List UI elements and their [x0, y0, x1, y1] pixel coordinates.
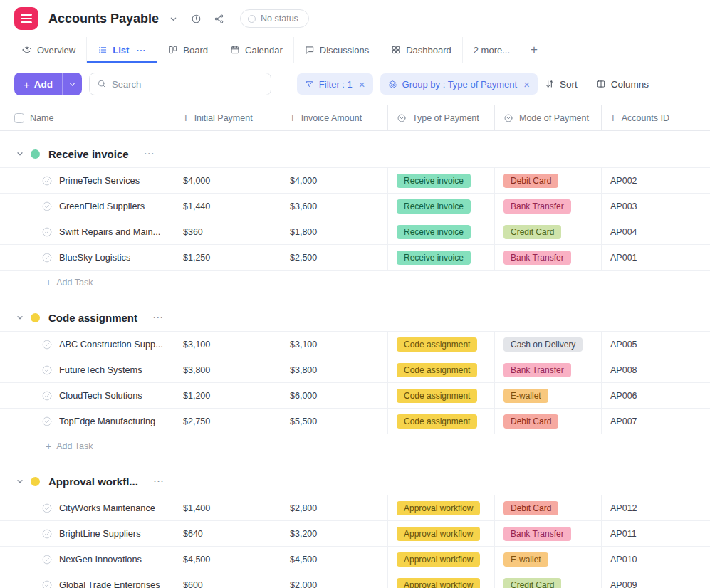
column-header-mode-of-payment[interactable]: Mode of Payment — [495, 105, 602, 130]
task-status-check-icon[interactable] — [41, 252, 53, 263]
invoice-amount-value[interactable]: $2,500 — [281, 245, 388, 270]
task-row[interactable]: FutureTech Systems $3,800 $3,800 Code as… — [0, 357, 710, 383]
task-name[interactable]: Global Trade Enterprises — [59, 579, 160, 588]
sort-button[interactable]: Sort — [545, 79, 578, 90]
initial-payment-value[interactable]: $600 — [174, 572, 281, 588]
task-row[interactable]: Swift Repairs and Main... $360 $1,800 Re… — [0, 219, 710, 245]
app-logo-menu-icon[interactable] — [14, 7, 38, 30]
initial-payment-value[interactable]: $4,000 — [174, 168, 281, 193]
task-name[interactable]: PrimeTech Services — [59, 175, 140, 186]
task-row[interactable]: ABC Construction Supp... $3,100 $3,100 C… — [0, 332, 710, 357]
mode-of-payment-badge[interactable]: E-wallet — [503, 552, 548, 567]
mode-of-payment-badge[interactable]: Bank Transfer — [503, 251, 571, 265]
task-status-check-icon[interactable] — [41, 416, 53, 427]
invoice-amount-value[interactable]: $3,800 — [281, 357, 388, 382]
initial-payment-value[interactable]: $3,100 — [174, 332, 281, 357]
task-name[interactable]: CloudTech Solutions — [59, 390, 142, 401]
mode-of-payment-badge[interactable]: Bank Transfer — [503, 527, 571, 541]
invoice-amount-value[interactable]: $6,000 — [281, 383, 388, 408]
info-icon[interactable] — [187, 10, 204, 27]
status-pill[interactable]: No status — [240, 9, 309, 28]
groupby-remove-icon[interactable]: × — [523, 79, 530, 90]
initial-payment-value[interactable]: $640 — [174, 521, 281, 546]
group-menu-icon[interactable]: ⋯ — [144, 147, 156, 160]
invoice-amount-value[interactable]: $2,800 — [281, 495, 388, 520]
task-status-check-icon[interactable] — [41, 201, 53, 212]
tab-discussions[interactable]: Discussions — [293, 37, 380, 63]
task-row[interactable]: CloudTech Solutions $1,200 $6,000 Code a… — [0, 383, 710, 409]
group-menu-icon[interactable]: ⋯ — [153, 475, 165, 488]
invoice-amount-value[interactable]: $5,500 — [281, 409, 388, 434]
filter-remove-icon[interactable]: × — [359, 79, 365, 90]
accounts-id-value[interactable]: AP008 — [602, 357, 710, 382]
type-of-payment-badge[interactable]: Approval workflow — [397, 527, 480, 541]
type-of-payment-badge[interactable]: Code assignment — [397, 363, 477, 377]
task-row[interactable]: NexGen Innovations $4,500 $4,500 Approva… — [0, 547, 710, 572]
accounts-id-value[interactable]: AP003 — [602, 194, 710, 219]
type-of-payment-badge[interactable]: Receive invoice — [397, 225, 471, 239]
select-all-checkbox[interactable] — [14, 113, 24, 123]
task-name[interactable]: ABC Construction Supp... — [59, 339, 163, 350]
groupby-chip[interactable]: Group by : Type of Payment × — [380, 73, 538, 95]
accounts-id-value[interactable]: AP011 — [602, 521, 710, 546]
invoice-amount-value[interactable]: $3,100 — [281, 332, 388, 357]
initial-payment-value[interactable]: $1,250 — [174, 245, 281, 270]
group-title[interactable]: Code assignment — [48, 312, 137, 324]
task-status-check-icon[interactable] — [41, 226, 53, 238]
task-status-check-icon[interactable] — [41, 579, 53, 588]
group-collapse-chevron-icon[interactable] — [16, 313, 24, 322]
accounts-id-value[interactable]: AP002 — [602, 168, 710, 193]
mode-of-payment-badge[interactable]: Cash on Delivery — [503, 337, 583, 352]
type-of-payment-badge[interactable]: Approval workflow — [397, 578, 480, 588]
mode-of-payment-badge[interactable]: Credit Card — [503, 225, 561, 239]
task-row[interactable]: GreenField Suppliers $1,440 $3,600 Recei… — [0, 194, 710, 219]
initial-payment-value[interactable]: $3,800 — [174, 357, 281, 382]
tab-calendar[interactable]: Calendar — [219, 37, 293, 63]
search-input[interactable] — [112, 79, 263, 90]
add-task-button[interactable]: + Add Task — [0, 434, 710, 458]
group-status-dot[interactable] — [31, 477, 40, 486]
initial-payment-value[interactable]: $1,200 — [174, 383, 281, 408]
add-task-button[interactable]: + Add Task — [0, 271, 710, 295]
group-status-dot[interactable] — [31, 313, 40, 322]
group-title[interactable]: Approval workfl... — [48, 476, 138, 488]
tab-list[interactable]: List⋯ — [86, 37, 157, 63]
title-chevron-down-icon[interactable] — [165, 10, 182, 27]
task-row[interactable]: TopEdge Manufacturing $2,750 $5,500 Code… — [0, 409, 710, 434]
tab-dashboard[interactable]: Dashboard — [380, 37, 462, 63]
accounts-id-value[interactable]: AP005 — [602, 332, 710, 357]
invoice-amount-value[interactable]: $3,200 — [281, 521, 388, 546]
tab-2-more[interactable]: 2 more... — [462, 37, 521, 63]
task-status-check-icon[interactable] — [41, 339, 53, 350]
task-status-check-icon[interactable] — [41, 554, 53, 565]
filter-chip[interactable]: Filter : 1 × — [297, 73, 373, 95]
type-of-payment-badge[interactable]: Receive invoice — [397, 199, 471, 214]
add-button[interactable]: + Add — [14, 73, 82, 95]
mode-of-payment-badge[interactable]: Bank Transfer — [503, 199, 571, 214]
initial-payment-value[interactable]: $1,440 — [174, 194, 281, 219]
invoice-amount-value[interactable]: $4,500 — [281, 547, 388, 572]
task-status-check-icon[interactable] — [41, 175, 53, 187]
task-row[interactable]: Global Trade Enterprises $600 $2,000 App… — [0, 572, 710, 588]
task-status-check-icon[interactable] — [41, 364, 53, 376]
accounts-id-value[interactable]: AP010 — [602, 547, 710, 572]
search-box[interactable] — [89, 73, 271, 95]
task-status-check-icon[interactable] — [41, 390, 53, 401]
invoice-amount-value[interactable]: $3,600 — [281, 194, 388, 219]
task-name[interactable]: NexGen Innovations — [59, 554, 142, 565]
initial-payment-value[interactable]: $4,500 — [174, 547, 281, 572]
group-collapse-chevron-icon[interactable] — [16, 149, 24, 158]
accounts-id-value[interactable]: AP009 — [602, 572, 710, 588]
column-header-accounts-id[interactable]: TAccounts ID — [602, 105, 710, 130]
group-status-dot[interactable] — [31, 149, 40, 159]
task-name[interactable]: GreenField Suppliers — [59, 201, 145, 211]
initial-payment-value[interactable]: $360 — [174, 219, 281, 244]
task-name[interactable]: CityWorks Maintenance — [59, 503, 155, 513]
tab-overview[interactable]: Overview — [11, 37, 86, 63]
tab-board[interactable]: Board — [157, 37, 219, 63]
accounts-id-value[interactable]: AP007 — [602, 409, 710, 434]
task-status-check-icon[interactable] — [41, 503, 53, 514]
type-of-payment-badge[interactable]: Code assignment — [397, 414, 477, 429]
mode-of-payment-badge[interactable]: Debit Card — [503, 501, 558, 515]
mode-of-payment-badge[interactable]: Bank Transfer — [503, 363, 571, 377]
